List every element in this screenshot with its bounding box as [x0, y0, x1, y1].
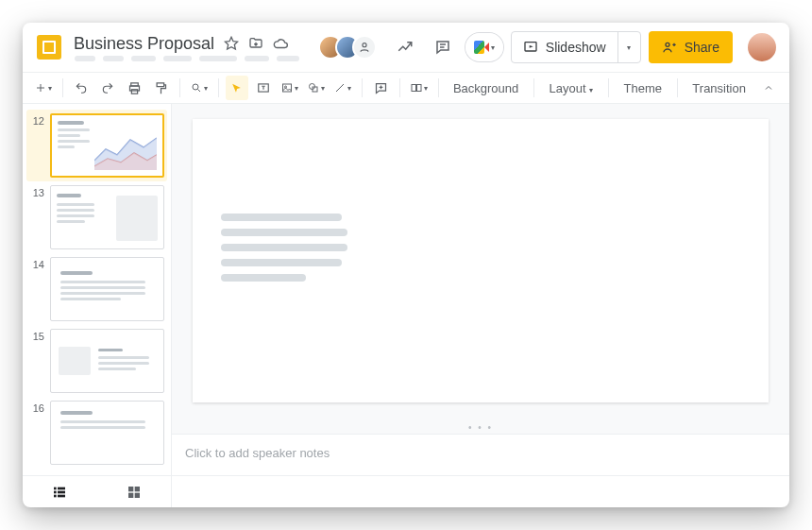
svg-rect-26 — [416, 85, 421, 92]
stage-area: • • • Click to add speaker notes — [172, 104, 789, 475]
line-tool[interactable]: ▾ — [331, 76, 354, 100]
bottom-bar — [23, 475, 789, 507]
slideshow-button[interactable]: Slideshow ▾ — [511, 31, 641, 63]
svg-rect-25 — [412, 85, 416, 92]
svg-rect-38 — [134, 492, 139, 497]
slide-number: 15 — [29, 329, 44, 393]
svg-rect-12 — [157, 82, 164, 86]
select-tool[interactable] — [226, 76, 248, 100]
svg-marker-5 — [529, 45, 533, 48]
redo-button[interactable] — [96, 76, 119, 100]
slide-number: 12 — [29, 113, 44, 178]
transition-tool[interactable]: ▾ — [408, 76, 431, 100]
anonymous-collaborator-icon[interactable] — [352, 35, 377, 60]
document-title[interactable]: Business Proposal — [74, 34, 214, 54]
title-bar: Business Proposal — [23, 23, 789, 72]
slideshow-caret[interactable]: ▾ — [617, 32, 640, 62]
svg-rect-35 — [128, 487, 133, 491]
shape-tool[interactable]: ▾ — [305, 76, 328, 100]
meet-button[interactable]: ▾ — [465, 33, 503, 61]
slide-thumbnail[interactable]: 15 — [26, 325, 167, 397]
svg-line-14 — [197, 90, 200, 93]
present-icon — [523, 40, 538, 55]
chart-thumbnail-icon — [94, 132, 157, 170]
print-button[interactable] — [123, 76, 145, 100]
slide-thumbnail[interactable]: 12 — [26, 110, 167, 181]
speaker-notes[interactable]: Click to add speaker notes — [172, 434, 789, 475]
toolbar: ▾ ▾ ▾ ▾ ▾ ▾ Background Layout ▾ Theme Tr… — [23, 72, 789, 104]
svg-rect-32 — [58, 487, 65, 489]
undo-button[interactable] — [70, 76, 93, 100]
svg-point-1 — [363, 43, 366, 47]
slides-logo[interactable] — [32, 30, 66, 64]
svg-point-6 — [666, 43, 669, 46]
activity-icon[interactable] — [390, 32, 420, 62]
notes-resize-handle[interactable]: • • • — [172, 420, 789, 434]
slide-thumbnail[interactable]: 13 — [26, 181, 167, 253]
editor-body: 12 — [23, 104, 789, 475]
slide-thumbnail[interactable]: 14 — [26, 253, 167, 325]
meet-icon — [474, 41, 489, 54]
slide-number: 13 — [29, 185, 44, 249]
textbox-tool[interactable] — [252, 76, 275, 100]
comment-tool[interactable] — [369, 76, 392, 100]
svg-rect-31 — [54, 494, 57, 497]
cloud-status-icon[interactable] — [273, 36, 288, 51]
slide-number: 14 — [29, 257, 44, 321]
comments-icon[interactable] — [428, 32, 458, 62]
transition-menu[interactable]: Transition — [685, 81, 753, 95]
theme-menu[interactable]: Theme — [617, 81, 669, 95]
image-tool[interactable]: ▾ — [279, 76, 301, 100]
collapse-toolbar-icon[interactable] — [757, 76, 780, 100]
zoom-button[interactable]: ▾ — [188, 76, 211, 100]
filmstrip[interactable]: 12 — [23, 104, 172, 475]
svg-line-22 — [336, 84, 344, 92]
move-folder-icon[interactable] — [248, 36, 263, 51]
app-window: Business Proposal — [23, 23, 789, 507]
share-label: Share — [685, 40, 719, 55]
layout-menu[interactable]: Layout ▾ — [542, 81, 601, 95]
svg-rect-36 — [134, 487, 139, 491]
slide-thumbnail[interactable]: 16 — [26, 397, 167, 469]
share-icon — [662, 40, 677, 55]
paint-format-button[interactable] — [149, 76, 172, 100]
menu-bar[interactable] — [74, 56, 299, 61]
svg-rect-29 — [54, 487, 57, 489]
svg-point-13 — [193, 84, 198, 90]
account-avatar[interactable] — [748, 33, 776, 61]
slide-stage[interactable] — [172, 104, 789, 420]
svg-rect-37 — [128, 492, 133, 497]
svg-marker-0 — [225, 37, 237, 49]
svg-rect-33 — [58, 490, 65, 493]
star-icon[interactable] — [224, 36, 239, 51]
slide-canvas[interactable] — [193, 119, 769, 402]
svg-rect-34 — [58, 494, 65, 497]
svg-rect-30 — [54, 490, 57, 493]
grid-view-button[interactable] — [97, 476, 172, 507]
slide-number: 16 — [29, 401, 44, 465]
svg-rect-18 — [282, 84, 291, 92]
collaborators[interactable] — [318, 35, 377, 60]
slideshow-label: Slideshow — [546, 40, 606, 55]
new-slide-button[interactable]: ▾ — [32, 76, 55, 100]
filmstrip-view-button[interactable] — [23, 476, 97, 507]
speaker-notes-placeholder: Click to add speaker notes — [185, 446, 330, 460]
share-button[interactable]: Share — [649, 31, 733, 63]
background-menu[interactable]: Background — [446, 81, 526, 95]
